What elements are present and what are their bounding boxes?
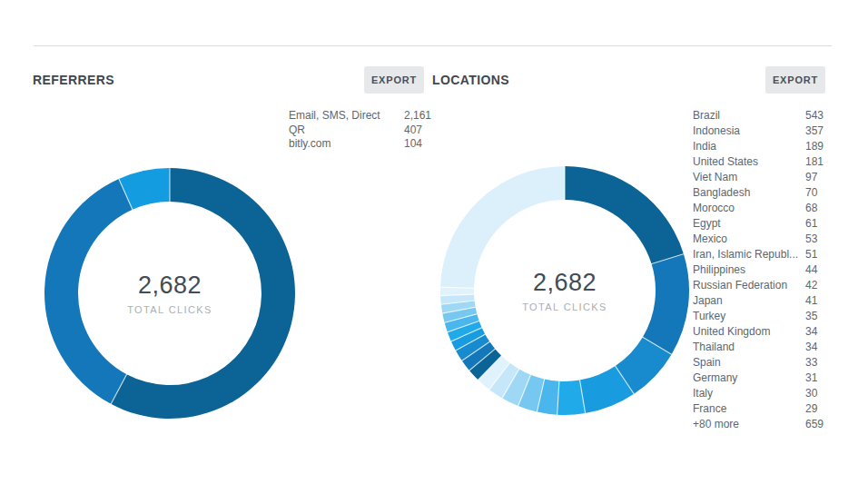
legend-label: France [693, 402, 805, 415]
legend-label: Germany [693, 371, 805, 384]
legend-label: Italy [693, 387, 805, 400]
referrers-legend-row[interactable]: QR407 [289, 124, 443, 138]
locations-legend-row[interactable]: Bangladesh70 [693, 186, 838, 202]
legend-label: Indonesia [693, 124, 805, 137]
locations-legend-row[interactable]: Mexico53 [693, 232, 838, 248]
locations-legend-row[interactable]: Japan41 [693, 294, 838, 310]
legend-label: Morocco [693, 202, 805, 214]
legend-label: India [693, 140, 805, 153]
donut-segment-80-more[interactable] [440, 166, 565, 288]
locations-legend-row[interactable]: Germany31 [693, 371, 838, 387]
legend-value: 61 [805, 217, 817, 230]
legend-value: 34 [805, 341, 817, 353]
locations-legend-row[interactable]: Indonesia357 [693, 124, 838, 140]
legend-value: 2,161 [404, 109, 431, 122]
referrers-section-title: REFERRERS [33, 73, 114, 87]
top-divider [34, 45, 832, 46]
analytics-page: REFERRERS EXPORT LOCATIONS EXPORT Email,… [0, 0, 868, 504]
legend-value: 51 [805, 248, 817, 261]
locations-legend-row[interactable]: Turkey35 [693, 310, 838, 325]
locations-legend-row[interactable]: Philippines44 [693, 263, 838, 279]
legend-label: Philippines [693, 263, 805, 276]
locations-legend-row[interactable]: Italy30 [693, 387, 838, 402]
locations-legend: Brazil543Indonesia357India189United Stat… [693, 109, 838, 433]
donut-segment-indonesia[interactable] [643, 254, 689, 354]
legend-label: +80 more [693, 418, 805, 430]
legend-value: 29 [805, 402, 817, 415]
donut-segment-brazil[interactable] [565, 166, 684, 264]
legend-value: 33 [805, 356, 817, 369]
legend-value: 181 [805, 155, 824, 168]
legend-value: 42 [805, 279, 817, 292]
legend-label: Viet Nam [693, 171, 805, 183]
legend-value: 543 [805, 109, 824, 122]
legend-value: 34 [805, 325, 817, 338]
legend-value: 30 [805, 387, 817, 400]
locations-legend-row[interactable]: United Kingdom34 [693, 325, 838, 341]
locations-legend-row[interactable]: Thailand34 [693, 341, 838, 356]
referrers-export-button[interactable]: EXPORT [364, 66, 424, 94]
legend-label: Japan [693, 294, 805, 307]
locations-legend-row[interactable]: Viet Nam97 [693, 171, 838, 186]
locations-legend-row[interactable]: Russian Federation42 [693, 279, 838, 294]
referrers-donut-svg [34, 157, 306, 430]
locations-legend-row[interactable]: Brazil543 [693, 109, 838, 124]
locations-legend-row[interactable]: France29 [693, 402, 838, 418]
legend-value: 35 [805, 310, 817, 322]
legend-label: Egypt [693, 217, 805, 230]
legend-label: Iran, Islamic Republ... [693, 248, 805, 261]
legend-label: Brazil [693, 109, 805, 122]
legend-label: Russian Federation [693, 279, 805, 292]
locations-donut-svg [429, 154, 701, 427]
legend-value: 104 [404, 137, 422, 150]
locations-legend-row[interactable]: Morocco68 [693, 202, 838, 217]
locations-legend-row[interactable]: +80 more659 [693, 418, 838, 433]
referrers-legend-row[interactable]: bitly.com104 [289, 137, 443, 152]
legend-value: 357 [805, 124, 824, 137]
legend-label: United States [693, 155, 805, 168]
locations-donut-chart: 2,682 TOTAL CLICKS [429, 154, 701, 427]
legend-label: Turkey [693, 310, 805, 322]
legend-value: 97 [805, 171, 817, 183]
referrers-legend-row[interactable]: Email, SMS, Direct2,161 [289, 109, 443, 124]
legend-label: QR [289, 124, 404, 136]
locations-legend-row[interactable]: Egypt61 [693, 217, 838, 232]
legend-value: 70 [805, 186, 817, 199]
locations-section-title: LOCATIONS [432, 73, 509, 87]
legend-label: Bangladesh [693, 186, 805, 199]
locations-legend-row[interactable]: Iran, Islamic Republ...51 [693, 248, 838, 263]
legend-value: 44 [805, 263, 817, 276]
donut-segment-qr[interactable] [44, 179, 133, 404]
legend-label: Spain [693, 356, 805, 369]
locations-export-button[interactable]: EXPORT [765, 66, 825, 94]
referrers-donut-chart: 2,682 TOTAL CLICKS [34, 157, 306, 430]
legend-value: 659 [805, 418, 824, 430]
legend-label: bitly.com [289, 137, 404, 150]
locations-legend-row[interactable]: Spain33 [693, 356, 838, 371]
locations-legend-row[interactable]: United States181 [693, 155, 838, 171]
legend-label: Mexico [693, 232, 805, 245]
legend-label: Thailand [693, 341, 805, 353]
referrers-legend: Email, SMS, Direct2,161QR407bitly.com104 [289, 109, 443, 152]
legend-label: Email, SMS, Direct [289, 109, 404, 122]
legend-value: 68 [805, 202, 817, 214]
legend-value: 407 [404, 124, 422, 136]
legend-value: 189 [805, 140, 824, 153]
legend-value: 53 [805, 232, 817, 245]
legend-value: 41 [805, 294, 817, 307]
legend-label: United Kingdom [693, 325, 805, 338]
legend-value: 31 [805, 371, 817, 384]
locations-legend-row[interactable]: India189 [693, 140, 838, 155]
